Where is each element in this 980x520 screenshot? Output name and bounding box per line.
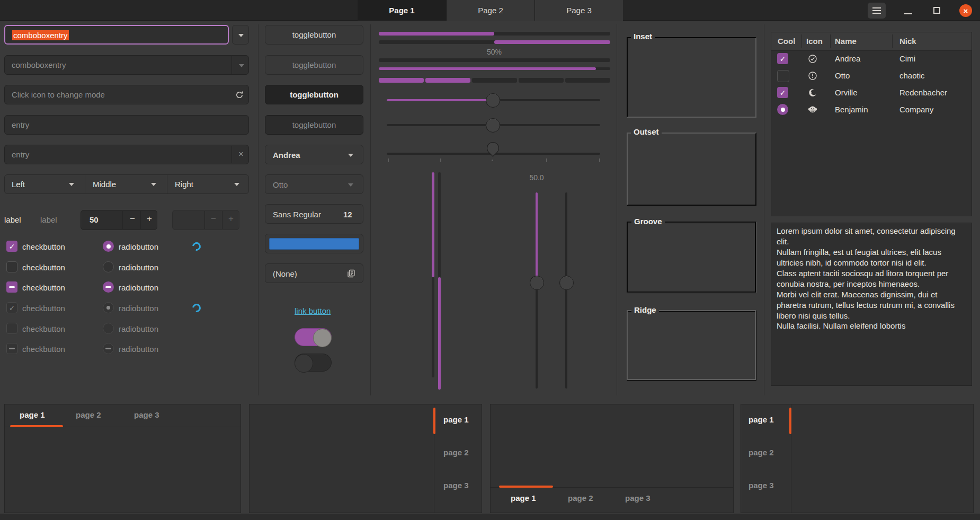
- vscale-track[interactable]: [536, 192, 538, 389]
- spin-plus-button[interactable]: +: [147, 214, 152, 224]
- combobox-value: Middle: [93, 174, 116, 194]
- combobox-left[interactable]: Left: [4, 174, 85, 194]
- header-tab-page2[interactable]: Page 2: [446, 0, 534, 21]
- switch-knob: [295, 354, 313, 373]
- progress-percent-label: 50%: [478, 48, 510, 56]
- cell-checkbox-checked[interactable]: ✓: [777, 53, 788, 64]
- tab-page1[interactable]: page 1: [443, 415, 469, 424]
- vscale-track[interactable]: [565, 192, 567, 389]
- checkbutton-label: checkbutton: [22, 304, 65, 313]
- radiobutton-label: radiobutton: [119, 345, 158, 354]
- tab-page1[interactable]: page 1: [511, 493, 536, 503]
- cell-checkbox-checked[interactable]: ✓: [777, 87, 788, 98]
- checkbutton-indeterminate[interactable]: [6, 281, 17, 293]
- table-row[interactable]: Otto chaotic: [771, 67, 972, 84]
- entry-icon-mode[interactable]: Click icon to change mode: [4, 85, 249, 104]
- checkbutton-label[interactable]: checkbutton: [22, 263, 65, 272]
- column-separator: [617, 24, 617, 395]
- switch-on[interactable]: [295, 328, 332, 346]
- vscale-handle[interactable]: [559, 276, 574, 290]
- cell-nick: Company: [899, 101, 933, 118]
- switch-off[interactable]: [295, 354, 332, 372]
- comboboxentry-focused[interactable]: comboboxentry: [4, 25, 229, 45]
- radiobutton-unselected[interactable]: [103, 261, 114, 272]
- entry[interactable]: entry: [4, 115, 249, 135]
- spinbutton[interactable]: 50 − +: [81, 210, 157, 230]
- treeview-header: Cool Icon Name Nick: [771, 32, 972, 51]
- radiobutton-label[interactable]: radiobutton: [119, 242, 158, 251]
- tab-page1[interactable]: page 1: [749, 415, 774, 424]
- font-button[interactable]: Sans Regular 12: [265, 204, 363, 224]
- hscale-handle[interactable]: [486, 93, 500, 108]
- comboboxentry[interactable]: comboboxentry: [4, 55, 249, 75]
- hscale-handle[interactable]: [486, 118, 500, 133]
- vscale-handle[interactable]: [530, 276, 544, 290]
- tab-page2[interactable]: page 2: [76, 410, 101, 419]
- header-tab-page3[interactable]: Page 3: [534, 0, 623, 21]
- radiobutton-selected[interactable]: [103, 241, 114, 252]
- table-row[interactable]: ✓ Orville Redenbacher: [771, 84, 972, 101]
- tab-page3[interactable]: page 3: [134, 410, 159, 419]
- chevron-down-icon: [234, 183, 239, 186]
- entry-clearable[interactable]: entry ×: [4, 145, 249, 164]
- checkbutton-checked[interactable]: ✓: [6, 241, 17, 252]
- maximize-icon[interactable]: [933, 7, 940, 14]
- column-header-icon[interactable]: Icon: [806, 32, 823, 50]
- cell-name: Benjamin: [835, 101, 868, 118]
- active-tab-indicator: [789, 408, 791, 434]
- refresh-icon[interactable]: [235, 90, 244, 100]
- radiobutton-unselected-disabled: [103, 323, 114, 334]
- table-row[interactable]: Benjamin Company: [771, 101, 972, 118]
- cell-checkbox-unchecked[interactable]: [777, 70, 789, 82]
- selected-text: comboboxentry: [12, 30, 69, 40]
- chevron-down-icon[interactable]: [239, 64, 244, 67]
- tab-page2[interactable]: page 2: [443, 448, 469, 457]
- radiobutton-label[interactable]: radiobutton: [119, 263, 158, 272]
- tab-page1[interactable]: page 1: [20, 410, 45, 419]
- link-button[interactable]: link button: [295, 306, 331, 315]
- togglebutton-active[interactable]: togglebutton: [265, 85, 363, 104]
- combobox-right[interactable]: Right: [167, 174, 249, 194]
- radiobutton-label[interactable]: radiobutton: [119, 283, 158, 292]
- tab-page2[interactable]: page 2: [568, 493, 593, 503]
- column-header-nick[interactable]: Nick: [899, 32, 916, 50]
- tab-page3[interactable]: page 3: [443, 481, 469, 490]
- combobox-value: Right: [175, 174, 193, 194]
- radiobutton-indeterminate[interactable]: [103, 281, 114, 293]
- column-header-name[interactable]: Name: [835, 32, 857, 50]
- file-chooser-button[interactable]: (None): [265, 263, 363, 283]
- spin-minus-button[interactable]: −: [130, 214, 135, 224]
- header-tab-page1[interactable]: Page 1: [358, 0, 446, 21]
- checkbutton-label[interactable]: checkbutton: [22, 242, 65, 251]
- column-header-cool[interactable]: Cool: [778, 32, 795, 50]
- scale-value-label: 50.0: [521, 173, 553, 182]
- close-button[interactable]: ×: [959, 4, 972, 17]
- cell-name: Andrea: [835, 50, 860, 67]
- checkbutton-unchecked[interactable]: [6, 261, 17, 272]
- spinner-icon: [191, 241, 202, 252]
- level-block-off: [472, 78, 517, 83]
- progressbar-rtl: [379, 40, 610, 44]
- lorem-textview[interactable]: Lorem ipsum dolor sit amet, consectetur …: [771, 223, 972, 386]
- comboboxentry-dropdown-button[interactable]: [232, 25, 249, 45]
- minimize-icon[interactable]: [904, 13, 912, 14]
- combobox-middle[interactable]: Middle: [85, 174, 167, 194]
- togglebutton[interactable]: togglebutton: [265, 25, 363, 45]
- entry-placeholder: Click icon to change mode: [12, 85, 105, 104]
- checkbutton-label: checkbutton: [22, 345, 65, 354]
- clear-icon[interactable]: ×: [238, 149, 244, 160]
- column-separator: [258, 24, 259, 395]
- tab-page2[interactable]: page 2: [749, 448, 774, 457]
- combobox-andrea[interactable]: Andrea: [265, 145, 363, 164]
- tab-page3[interactable]: page 3: [625, 493, 651, 503]
- menu-button[interactable]: [868, 3, 886, 19]
- frame-label: Outset: [631, 127, 662, 136]
- cell-radio-selected[interactable]: [777, 104, 788, 115]
- tab-page3[interactable]: page 3: [749, 481, 774, 490]
- frame-ridge: Ridge: [627, 310, 756, 381]
- checkbutton-label[interactable]: checkbutton: [22, 283, 65, 292]
- color-button[interactable]: [265, 234, 363, 253]
- notebook-tabs-bottom: page 1 page 2 page 3: [490, 404, 734, 513]
- table-row[interactable]: ✓ Andrea Cimi: [771, 50, 972, 67]
- scale-mark-dot: [492, 160, 493, 161]
